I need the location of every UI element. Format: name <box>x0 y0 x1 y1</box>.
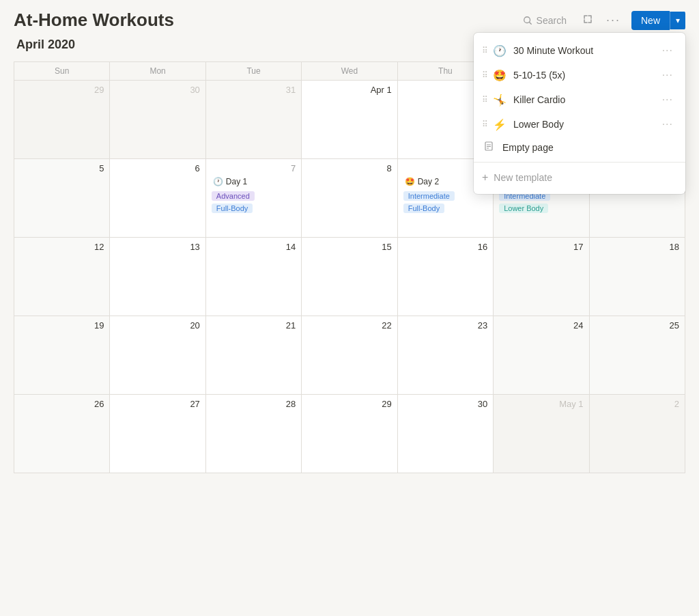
day-cell[interactable]: 8 <box>302 159 397 238</box>
day-number: 30 <box>115 85 199 95</box>
event-tag-advanced: Advanced <box>212 191 255 201</box>
day-cell[interactable]: 13 <box>110 238 205 316</box>
day-number: 15 <box>307 242 391 252</box>
day-cell[interactable]: 28 <box>206 395 302 473</box>
day-cell[interactable]: 22 <box>302 316 397 395</box>
day-number: 25 <box>595 320 679 331</box>
day-cell[interactable]: Apr 1 <box>302 81 397 159</box>
day-cell-today[interactable]: 7 🕐 Day 1 Advanced Full-Body <box>206 159 302 238</box>
more-options-icon[interactable]: ··· <box>658 117 677 132</box>
day-number: 21 <box>212 320 296 331</box>
day-cell[interactable]: May 1 <box>494 395 589 473</box>
event-tag-intermediate: Intermediate <box>403 191 455 201</box>
new-dropdown-button[interactable]: ▾ <box>670 12 685 29</box>
dropdown-emoji: 🤸 <box>493 94 507 107</box>
day-number: 24 <box>499 320 583 331</box>
day-cell[interactable]: 17 <box>494 238 589 316</box>
day-cell[interactable]: 2 <box>590 395 685 473</box>
day-number: 2 <box>595 399 679 409</box>
day-number: 6 <box>115 163 199 173</box>
search-button[interactable]: Search <box>517 12 572 29</box>
day-cell[interactable]: 29 <box>302 395 397 473</box>
drag-handle-icon: ⠿ <box>482 95 487 104</box>
day-number: 28 <box>212 399 296 409</box>
new-button-group: New ▾ <box>631 11 685 30</box>
day-cell[interactable]: 15 <box>302 238 397 316</box>
day-cell[interactable]: 12 <box>14 238 110 316</box>
plus-icon: + <box>482 171 488 184</box>
new-template-button[interactable]: + New template <box>474 167 685 188</box>
day-cell[interactable]: 30 <box>398 395 494 473</box>
day-number: May 1 <box>499 399 583 409</box>
day-number: 30 <box>403 399 487 409</box>
day-number: 17 <box>499 242 583 252</box>
day-cell[interactable]: 29 <box>14 81 110 159</box>
new-template-label: New template <box>494 172 552 183</box>
event-title: Day 1 <box>226 177 247 186</box>
day-number: 8 <box>307 163 391 173</box>
day-number: 31 <box>212 85 296 95</box>
dropdown-item-51015[interactable]: ⠿ 🤩 5-10-15 (5x) ··· <box>474 63 685 87</box>
dropdown-label: Killer Cardio <box>513 94 658 105</box>
day-cell[interactable]: 14 <box>206 238 302 316</box>
dropdown-label: 5-10-15 (5x) <box>513 70 658 81</box>
more-options-icon[interactable]: ··· <box>658 92 677 107</box>
day-cell[interactable]: 6 <box>110 159 205 238</box>
dropdown-divider <box>474 162 685 163</box>
event-day1[interactable]: 🕐 Day 1 <box>212 176 296 187</box>
dropdown-emoji: 🕐 <box>493 44 507 57</box>
dropdown-item-lowerbody[interactable]: ⠿ ⚡ Lower Body ··· <box>474 112 685 137</box>
day-number: 29 <box>20 85 104 95</box>
day-cell[interactable]: 16 <box>398 238 494 316</box>
new-button[interactable]: New <box>631 11 670 30</box>
event-emoji: 🤩 <box>405 177 415 186</box>
dropdown-emoji: ⚡ <box>493 118 507 131</box>
day-number-today: 7 <box>212 163 296 173</box>
day-number: 16 <box>403 242 487 252</box>
day-number: 13 <box>115 242 199 252</box>
dropdown-label: Lower Body <box>513 119 658 130</box>
dropdown-item-30min[interactable]: ⠿ 🕐 30 Minute Workout ··· <box>474 38 685 63</box>
day-cell[interactable]: 5 <box>14 159 110 238</box>
day-number: 22 <box>307 320 391 331</box>
dropdown-item-killercardio[interactable]: ⠿ 🤸 Killer Cardio ··· <box>474 87 685 112</box>
day-number: 23 <box>403 320 487 331</box>
day-cell[interactable]: 21 <box>206 316 302 395</box>
day-cell[interactable]: 23 <box>398 316 494 395</box>
day-cell[interactable]: 24 <box>494 316 589 395</box>
event-tag-fullbody: Full-Body <box>212 204 253 213</box>
page-title: At-Home Workouts <box>14 10 174 31</box>
dropdown-item-emptypage[interactable]: Empty page <box>474 137 685 158</box>
dropdown-menu: ⠿ 🕐 30 Minute Workout ··· ⠿ 🤩 5-10-15 (5… <box>474 33 685 194</box>
dropdown-emoji: 🤩 <box>493 69 507 82</box>
day-number: 18 <box>595 242 679 252</box>
more-options-icon[interactable]: ··· <box>658 43 677 58</box>
dropdown-label: 30 Minute Workout <box>513 45 658 56</box>
day-number: Apr 1 <box>307 85 391 95</box>
day-cell[interactable]: 26 <box>14 395 110 473</box>
expand-button[interactable] <box>580 12 595 29</box>
day-cell[interactable]: 25 <box>590 316 685 395</box>
event-tag-fullbody2: Full-Body <box>403 204 444 213</box>
day-cell[interactable]: 18 <box>590 238 685 316</box>
day-cell[interactable]: 30 <box>110 81 205 159</box>
day-number: 26 <box>20 399 104 409</box>
more-button[interactable]: ··· <box>603 10 623 30</box>
day-cell[interactable]: 27 <box>110 395 205 473</box>
drag-handle-icon: ⠿ <box>482 70 487 80</box>
svg-line-1 <box>529 22 531 24</box>
dropdown-label: Empty page <box>502 142 677 153</box>
search-icon <box>523 16 532 25</box>
day-cell[interactable]: 19 <box>14 316 110 395</box>
more-options-icon[interactable]: ··· <box>658 68 677 83</box>
day-number: 27 <box>115 399 199 409</box>
drag-handle-icon: ⠿ <box>482 120 487 129</box>
day-cell[interactable]: 31 <box>206 81 302 159</box>
day-number: 29 <box>307 399 391 409</box>
page-icon <box>482 141 496 153</box>
event-tag-lowerbody: Lower Body <box>499 204 548 213</box>
expand-icon <box>583 14 593 24</box>
drag-handle-icon: ⠿ <box>482 46 487 55</box>
event-emoji: 🕐 <box>213 177 223 186</box>
day-cell[interactable]: 20 <box>110 316 205 395</box>
